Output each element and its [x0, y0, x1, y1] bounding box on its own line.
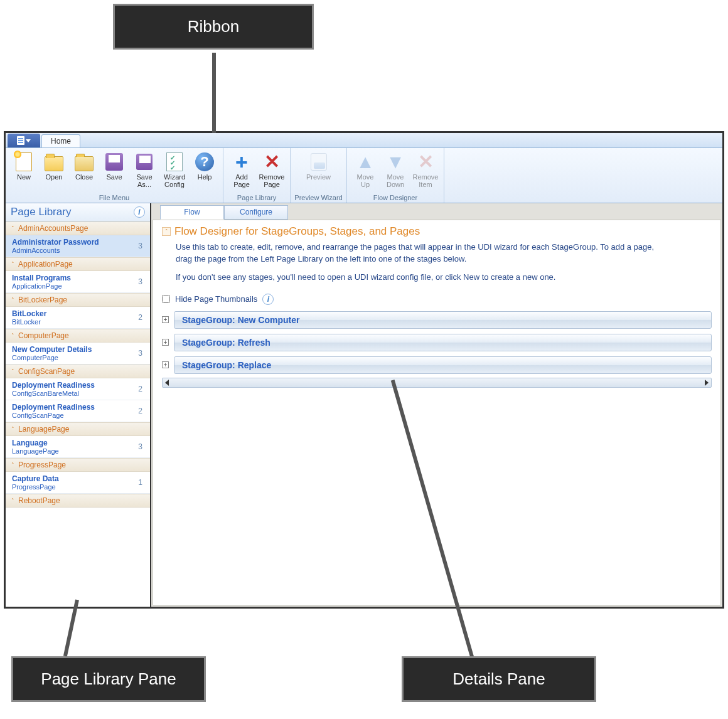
chevron-down-icon	[26, 139, 31, 142]
library-group-header[interactable]: ˄LanguagePage	[6, 422, 150, 436]
move-down-button[interactable]: ▼ Move Down	[381, 149, 410, 189]
chevron-up-icon: ˄	[9, 225, 16, 232]
ribbon-group-label-file: File Menu	[9, 193, 219, 203]
move-up-button[interactable]: ▲ Move Up	[351, 149, 380, 189]
library-group-name: BitLockerPage	[18, 296, 67, 304]
library-item-title: Capture Data	[12, 474, 59, 483]
stage-group-bar[interactable]: StageGroup: Refresh	[174, 334, 712, 351]
new-label: New	[17, 173, 31, 181]
ribbon-group-file-menu: New Open Close Save Save As...	[6, 148, 223, 203]
library-item-title: Install Programs	[12, 274, 71, 282]
flow-designer-title: Flow Designer for StageGroups, Stages, a…	[174, 225, 420, 238]
library-group-header[interactable]: ˄AdminAccountsPage	[6, 221, 150, 235]
page-library-pane: Page Library i ˄AdminAccountsPageAdminis…	[6, 203, 151, 607]
library-group-header[interactable]: ˄ProgressPage	[6, 458, 150, 472]
open-label: Open	[46, 173, 63, 181]
preview-label: Preview	[306, 173, 331, 181]
stage-group-row: +StageGroup: Refresh	[162, 334, 712, 351]
plus-icon: +	[232, 152, 252, 172]
save-as-button[interactable]: Save As...	[130, 149, 159, 189]
add-page-button[interactable]: + Add Page	[227, 149, 256, 189]
wizard-config-icon	[164, 152, 185, 172]
ribbon-group-label-preview: Preview Wizard	[294, 193, 343, 203]
close-button[interactable]: Close	[70, 149, 99, 182]
library-group-name: ConfigScanPage	[18, 367, 75, 376]
library-group-header[interactable]: ˄BitLockerPage	[6, 293, 150, 307]
move-up-label: Move Up	[352, 173, 378, 188]
ribbon-tab-home[interactable]: Home	[41, 134, 80, 147]
library-item-count: 2	[138, 313, 145, 322]
chevron-up-icon: ˄	[9, 297, 16, 303]
hide-thumbnails-checkbox[interactable]	[162, 295, 170, 303]
library-item[interactable]: Capture DataProgressPage1	[6, 472, 150, 494]
open-button[interactable]: Open	[40, 149, 68, 182]
page-library-title: Page Library	[11, 206, 71, 218]
save-as-icon	[134, 152, 154, 172]
flow-description-1: Use this tab to create, edit, remove, an…	[176, 242, 665, 265]
library-group-header[interactable]: ˄ConfigScanPage	[6, 365, 150, 378]
library-item-title: Deployment Readiness	[12, 381, 95, 390]
arrow-down-icon: ▼	[385, 152, 405, 172]
library-item[interactable]: Administrator PasswordAdminAccounts3	[6, 235, 150, 257]
library-item-subtitle: LanguagePage	[12, 447, 59, 455]
page-library-header: Page Library i	[6, 203, 150, 221]
ribbon-group-label-pagelib: Page Library	[227, 193, 286, 203]
hide-thumbnails-row: Hide Page Thumbnails i	[162, 294, 712, 305]
add-page-label: Add Page	[228, 173, 255, 188]
library-item[interactable]: Install ProgramsApplicationPage3	[6, 271, 150, 293]
chevron-up-icon: ˄	[9, 462, 16, 468]
tab-configure[interactable]: Configure	[224, 205, 288, 220]
library-item[interactable]: New Computer DetailsComputerPage3	[6, 343, 150, 365]
expand-icon[interactable]: +	[162, 339, 169, 346]
library-group-name: LanguagePage	[18, 425, 69, 434]
library-item[interactable]: LanguageLanguagePage3	[6, 436, 150, 458]
library-item[interactable]: BitLockerBitLocker2	[6, 307, 150, 329]
app-menu-button[interactable]	[8, 134, 40, 147]
callout-ribbon: Ribbon	[113, 4, 314, 50]
x-icon: ✕	[262, 152, 282, 172]
hide-thumbnails-label: Hide Page Thumbnails	[175, 294, 257, 304]
close-label: Close	[75, 173, 93, 181]
remove-page-button[interactable]: ✕ Remove Page	[257, 149, 286, 189]
page-library-list[interactable]: ˄AdminAccountsPageAdministrator Password…	[6, 221, 150, 607]
stage-group-bar[interactable]: StageGroup: New Computer	[174, 311, 712, 329]
callout-page-library: Page Library Pane	[11, 656, 206, 702]
ribbon-group-label-flow: Flow Designer	[351, 193, 440, 203]
wizard-config-button[interactable]: Wizard Config	[160, 149, 189, 189]
arrow-up-icon: ▲	[355, 152, 375, 172]
help-button[interactable]: ? Help	[190, 149, 219, 182]
info-icon[interactable]: i	[262, 294, 274, 305]
ribbon-group-preview: Preview Preview Wizard	[291, 148, 347, 203]
library-item-title: Language	[12, 439, 59, 447]
info-icon[interactable]: i	[134, 206, 145, 218]
ribbon-group-flow-designer: ▲ Move Up ▼ Move Down ✕ Remove Item Flow…	[347, 148, 444, 203]
library-group-name: ApplicationPage	[18, 260, 73, 269]
new-button[interactable]: New	[9, 149, 38, 182]
library-group-name: RebootPage	[18, 496, 60, 505]
library-item-title: BitLocker	[12, 309, 46, 318]
library-group-header[interactable]: ˄ApplicationPage	[6, 257, 150, 271]
stage-group-list: +StageGroup: New Computer+StageGroup: Re…	[162, 311, 712, 374]
content-area: Page Library i ˄AdminAccountsPageAdminis…	[6, 203, 722, 607]
collapse-icon[interactable]: ˄	[162, 227, 171, 236]
stage-group-bar[interactable]: StageGroup: Replace	[174, 356, 712, 374]
horizontal-scrollbar[interactable]	[162, 378, 712, 388]
save-button[interactable]: Save	[100, 149, 129, 182]
chevron-up-icon: ˄	[9, 426, 16, 432]
library-group-name: ProgressPage	[18, 461, 66, 469]
library-item[interactable]: Deployment ReadinessConfigScanBareMetal2	[6, 378, 150, 400]
preview-button[interactable]: Preview	[304, 149, 333, 182]
library-item[interactable]: Deployment ReadinessConfigScanPage2	[6, 400, 150, 422]
expand-icon[interactable]: +	[162, 316, 169, 323]
callout-details: Details Pane	[402, 656, 596, 702]
library-item-subtitle: ComputerPage	[12, 354, 92, 361]
remove-item-button[interactable]: ✕ Remove Item	[411, 149, 440, 189]
library-item-title: New Computer Details	[12, 345, 92, 354]
tab-flow[interactable]: Flow	[160, 205, 224, 220]
library-group-name: AdminAccountsPage	[18, 224, 88, 233]
library-item-subtitle: AdminAccounts	[12, 247, 99, 254]
library-group-header[interactable]: ˄ComputerPage	[6, 329, 150, 343]
expand-icon[interactable]: +	[162, 361, 169, 368]
new-icon	[14, 152, 34, 172]
library-group-header[interactable]: ˄RebootPage	[6, 494, 150, 508]
